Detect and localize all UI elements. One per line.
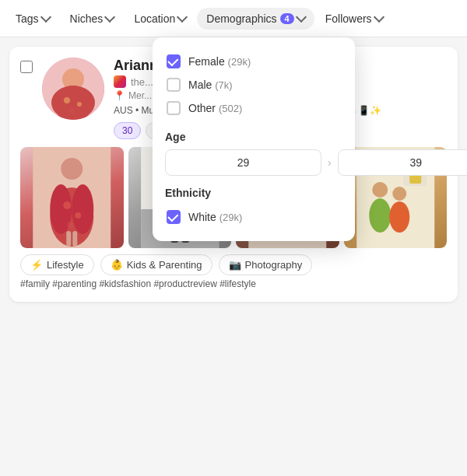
svg-point-37	[372, 182, 388, 198]
photography-label: Photography	[245, 259, 303, 271]
svg-point-11	[72, 184, 93, 234]
ethnicity-section: Ethnicity White (29k)	[165, 187, 342, 229]
pin-icon: 📍	[114, 90, 125, 101]
other-label: Other (502)	[188, 102, 242, 114]
white-checkbox[interactable]	[167, 210, 181, 224]
top-navigation: Tags Niches Location Demographics 4 Foll…	[0, 0, 467, 37]
male-label: Male (7k)	[188, 79, 233, 91]
gender-section: Female (29k) Male (7k) Other (502)	[165, 50, 342, 120]
nav-niches[interactable]: Niches	[61, 8, 124, 30]
svg-point-6	[69, 108, 74, 113]
kids-parenting-tag[interactable]: 👶 Kids & Parenting	[100, 254, 212, 275]
svg-point-40	[389, 201, 409, 233]
age-row: ›	[165, 149, 342, 176]
lifestyle-icon: ⚡	[30, 259, 43, 271]
nav-demographics-label: Demographics	[206, 12, 276, 25]
hashtags: #family #parenting #kidsfashion #product…	[20, 277, 447, 291]
white-count: (29k)	[219, 212, 243, 223]
svg-point-13	[75, 212, 81, 219]
photo-1	[20, 147, 124, 248]
female-checkbox[interactable]	[167, 54, 181, 68]
nav-location-chevron	[177, 12, 188, 23]
other-checkbox[interactable]	[167, 101, 181, 115]
avatar	[42, 58, 104, 120]
bottom-tags: ⚡ Lifestyle 👶 Kids & Parenting 📷 Photogr…	[20, 248, 447, 277]
nav-followers-chevron	[374, 12, 384, 23]
nav-location[interactable]: Location	[125, 8, 195, 30]
female-count: (29k)	[228, 56, 251, 68]
age-tag: 30	[114, 122, 141, 139]
male-checkbox[interactable]	[167, 78, 181, 92]
nav-followers-label: Followers	[325, 12, 372, 25]
demographics-badge: 4	[280, 13, 294, 24]
select-influencer[interactable]	[20, 61, 33, 76]
instagram-icon	[114, 75, 126, 88]
svg-point-8	[61, 158, 83, 180]
nav-tags-label: Tags	[16, 12, 39, 25]
white-label: White (29k)	[188, 211, 242, 223]
influencer-checkbox[interactable]	[20, 61, 33, 73]
lifestyle-tag[interactable]: ⚡ Lifestyle	[20, 254, 94, 275]
female-label: Female (29k)	[188, 55, 251, 68]
kids-icon: 👶	[111, 259, 123, 271]
male-option[interactable]: Male (7k)	[165, 73, 342, 96]
camera-icon: 📷	[229, 259, 241, 271]
age-title: Age	[165, 131, 342, 143]
ig-handle: the...	[131, 76, 153, 88]
svg-point-4	[64, 97, 70, 103]
white-option[interactable]: White (29k)	[165, 205, 342, 229]
nav-tags[interactable]: Tags	[6, 8, 59, 30]
nav-demographics-chevron	[296, 12, 307, 23]
svg-rect-16	[72, 231, 77, 247]
ethnicity-title: Ethnicity	[165, 187, 342, 199]
other-option[interactable]: Other (502)	[165, 96, 342, 120]
nav-niches-chevron	[104, 12, 115, 23]
nav-niches-label: Niches	[70, 12, 104, 25]
svg-point-5	[77, 102, 82, 107]
svg-point-39	[392, 187, 406, 201]
nav-demographics[interactable]: Demographics 4	[197, 8, 314, 30]
age-arrow: ›	[328, 156, 332, 169]
age-section: Age ›	[165, 131, 342, 176]
svg-point-12	[63, 201, 71, 209]
photography-tag[interactable]: 📷 Photography	[219, 254, 313, 275]
svg-point-14	[67, 222, 73, 228]
nav-tags-chevron	[40, 12, 51, 23]
other-count: (502)	[219, 103, 242, 114]
svg-rect-15	[66, 231, 71, 247]
svg-point-38	[369, 198, 391, 233]
age-min-input[interactable]	[165, 149, 321, 176]
svg-point-3	[51, 86, 95, 120]
location-text: Mer...	[128, 90, 152, 101]
lifestyle-label: Lifestyle	[47, 259, 84, 271]
nav-location-label: Location	[134, 12, 175, 25]
nav-followers[interactable]: Followers	[316, 8, 392, 30]
kids-label: Kids & Parenting	[127, 259, 202, 271]
demographics-dropdown: Female (29k) Male (7k) Other (502) Age ›	[153, 37, 355, 241]
age-max-input[interactable]	[338, 149, 467, 176]
female-option[interactable]: Female (29k)	[165, 50, 342, 73]
male-count: (7k)	[215, 79, 232, 91]
